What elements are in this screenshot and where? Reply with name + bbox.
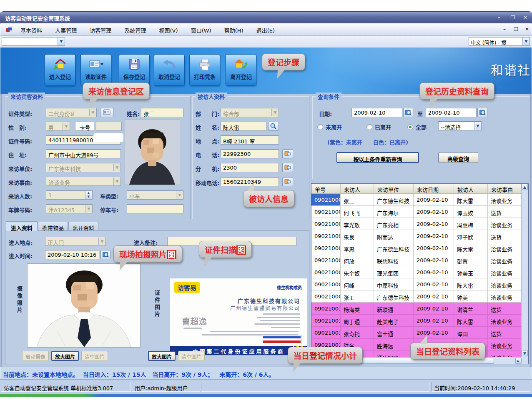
zoom-photo-button[interactable]: 放大图片	[51, 351, 79, 361]
gender-select[interactable]: 男▼	[46, 122, 70, 131]
phone-field[interactable]: 22992300	[221, 149, 279, 158]
chevron-down-icon: ▼	[98, 238, 105, 245]
language-combo[interactable]: 中文 (简体) - 搜 ▼	[469, 37, 530, 46]
calendar-picker-icon[interactable]	[403, 108, 413, 117]
table-cell: 2009-02-10	[414, 242, 454, 254]
chevron-down-icon[interactable]: ▼	[58, 38, 65, 45]
address-field[interactable]: 广州市中山大道89号	[46, 149, 121, 158]
app-version-panel: 访客自动登记安全管理系统 单机标准版3.007	[1, 382, 131, 392]
menu-visitor[interactable]: 访客管理	[84, 23, 117, 36]
enter-register-button[interactable]: 进入登记	[45, 54, 75, 86]
col-header-date[interactable]: 来访日期	[414, 184, 454, 193]
table-row[interactable]: 090210009张工广东德生科技2009-02-10钟美洽谈业务	[311, 290, 522, 303]
scroll-up-icon[interactable]: ▲	[522, 184, 528, 190]
leave-register-button[interactable]: 离开登记	[226, 54, 256, 86]
read-id-card-button[interactable]	[100, 108, 113, 117]
minimize-icon[interactable]: –	[494, 15, 504, 21]
card-no-field[interactable]	[96, 122, 122, 131]
radio-left[interactable]: 已离开	[366, 123, 391, 131]
start-camera-button[interactable]: 启动摄像	[22, 351, 49, 361]
interviewee-name-field[interactable]: 陈大雷	[221, 122, 266, 131]
table-row[interactable]: 090210006何放联想科技2009-02-10彭置洽谈业务	[311, 254, 522, 266]
spinner-icon[interactable]: ▲▼	[85, 191, 92, 199]
visitor-name-field[interactable]: 张三	[141, 108, 183, 117]
vehicle-type-select[interactable]: 小车▼	[127, 190, 183, 200]
tab-carried-items[interactable]: 携带物品	[38, 222, 68, 231]
leave-register-icon	[233, 58, 248, 72]
menu-hr[interactable]: 人事管理	[50, 23, 82, 36]
read-card-button[interactable]: 读取证件	[80, 54, 111, 86]
ext-field[interactable]: 2300	[221, 163, 279, 172]
table-row[interactable]: 090210010杨海类新联通2009-02-10谢清兰送货	[311, 303, 522, 315]
visit-company-select[interactable]: 广东德生科技▼	[46, 163, 121, 172]
clear-scan-button[interactable]: 清空图片	[178, 351, 205, 361]
callout-visitor-area: 来访信息登记区	[83, 83, 150, 100]
table-row[interactable]: 090210001张三广东德生科技2009-02-10陈大雷洽谈业务	[311, 194, 522, 206]
calendar-picker-icon[interactable]	[100, 250, 110, 259]
entry-time-field[interactable]: 2009-02-10 10:16	[45, 250, 99, 259]
col-header-host[interactable]: 被访人	[454, 184, 488, 193]
table-cell: 谭国	[454, 327, 488, 339]
col-header-visitor[interactable]: 来访人	[341, 184, 374, 193]
table-cell: 090210001	[311, 194, 341, 206]
mdi-close-icon[interactable]: ✕	[522, 26, 532, 33]
col-header-reason[interactable]: 来访事由	[488, 184, 522, 193]
table-row[interactable]: 090210011周于通赴美电子2009-02-10陈大雷洽谈业务	[311, 315, 522, 327]
dial-ext-button[interactable]	[282, 163, 293, 172]
read-card-icon	[88, 58, 103, 72]
table-row[interactable]: 090210002何飞飞广东海尔2009-02-10谭玉姣送货	[311, 206, 522, 218]
search-person-button[interactable]	[268, 122, 279, 131]
table-row[interactable]: 090210008何峰中原科技2009-02-10陈大雷洽谈业务	[311, 278, 522, 290]
mdi-restore-icon[interactable]: ❐	[512, 26, 521, 33]
zoom-scan-button[interactable]: 放大图片	[148, 351, 176, 361]
table-row[interactable]: 090210005李思广东德生科技2009-02-10陈大雷洽谈业务	[311, 242, 522, 254]
print-slip-button[interactable]: 打印凭条	[189, 54, 220, 86]
clear-photo-button[interactable]: 清空图片	[81, 351, 108, 361]
scroll-right-icon[interactable]: ►	[515, 358, 522, 364]
dial-mobile-button[interactable]	[282, 177, 293, 186]
col-header-id[interactable]: 单号	[311, 184, 341, 193]
phone-label: 电 话:	[196, 151, 219, 159]
tab-leave-info[interactable]: 离开资料	[68, 222, 98, 231]
requery-button[interactable]: 按以上条件重新查询	[336, 152, 419, 163]
date-from-field[interactable]: 2009-02-10	[351, 108, 402, 117]
menu-exit[interactable]: 退出(E)	[251, 23, 280, 36]
tab-entry-info[interactable]: 进入资料	[6, 221, 38, 231]
visit-reason-select[interactable]: 洽谈业务▼	[46, 177, 121, 186]
close-icon[interactable]: ✕	[520, 15, 530, 21]
quick-select-combo[interactable]: ▼	[2, 37, 65, 46]
menu-view[interactable]: 视图(V)	[154, 23, 183, 36]
dial-phone-button[interactable]	[282, 149, 293, 158]
restore-icon[interactable]: ❐	[508, 15, 518, 21]
menu-system[interactable]: 系统管理	[119, 23, 151, 36]
radio-not-left[interactable]: 未离开	[317, 123, 342, 131]
parking-field[interactable]	[127, 204, 183, 213]
table-row[interactable]: 090210004朱良附而达2009-02-10邓子欣送货	[311, 230, 522, 242]
location-field[interactable]: B幢 2301 室	[221, 135, 279, 145]
advanced-query-button[interactable]: 高级查询	[438, 152, 478, 163]
people-count-stepper[interactable]: 1▲▼	[46, 190, 93, 200]
scroll-down-icon[interactable]: ▼	[522, 350, 528, 356]
entry-time-label: 进入时间:	[9, 252, 33, 260]
vertical-scrollbar[interactable]: ▲ ▼	[521, 184, 528, 364]
chevron-down-icon[interactable]: ▼	[522, 38, 529, 45]
id-type-select[interactable]: 二代身份证▼	[46, 108, 97, 117]
cancel-register-button[interactable]: 取消登记	[154, 54, 185, 86]
col-header-company[interactable]: 来访单位	[374, 184, 414, 193]
table-row[interactable]: 090210003李光放广东亮相2009-02-10冯惠梅洽谈业务	[311, 218, 522, 230]
calendar-picker-icon[interactable]	[477, 108, 487, 117]
save-register-button[interactable]: 保存登记	[119, 54, 150, 86]
menu-basic-data[interactable]: 基本资料	[15, 23, 48, 36]
dept-select[interactable]: 综合部▼	[221, 108, 279, 117]
table-row[interactable]: 090210007朱个奴理光集团2009-02-10钟美玉洽谈业务	[311, 266, 522, 278]
mdi-minimize-icon[interactable]: –	[500, 26, 509, 33]
menu-window[interactable]: 窗口(W)	[186, 23, 217, 36]
title-bar[interactable]: 访客自动登记安全管理系统 – ❐ ✕	[0, 12, 532, 23]
entry-location-select[interactable]: 正大门▼	[45, 237, 106, 246]
menu-help[interactable]: 帮助(H)	[219, 23, 249, 36]
table-row[interactable]: 090210012张奇托富士通2009-02-10谭国送货	[311, 327, 522, 339]
date-to-field[interactable]: 2009-02-10	[426, 108, 477, 117]
filter-select[interactable]: --请选择▼	[438, 121, 482, 130]
plate-select[interactable]: 津A12345▼	[46, 204, 93, 213]
radio-all[interactable]: 全部	[407, 123, 427, 131]
